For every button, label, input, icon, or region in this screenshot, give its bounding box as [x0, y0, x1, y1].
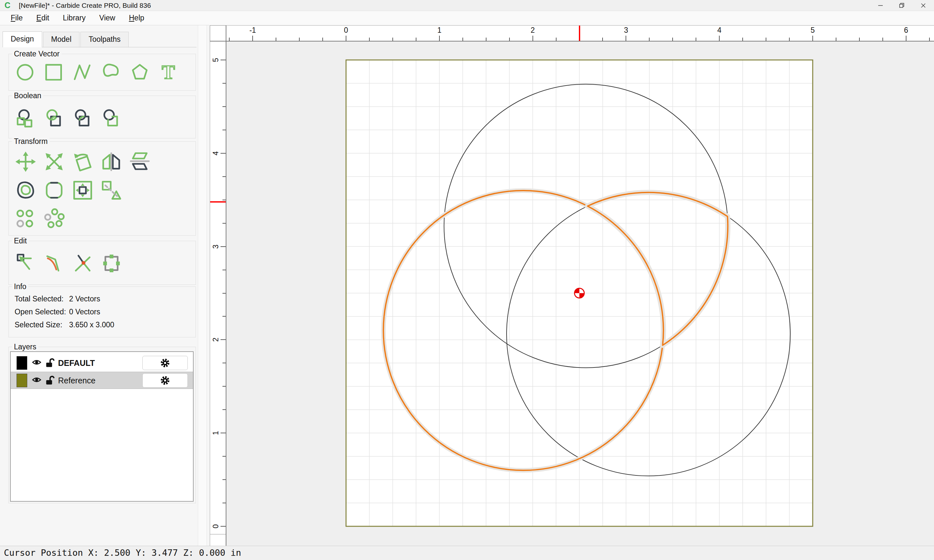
carbide-create-window: C [NewFile]* - Carbide Create PRO, Build…	[0, 0, 934, 560]
v-ruler-tick	[220, 60, 226, 60]
layer-row-default[interactable]: DEFAULT	[11, 355, 193, 372]
restore-button[interactable]	[891, 0, 912, 11]
ruler-corner-box	[210, 25, 227, 42]
gear-icon	[160, 358, 170, 368]
layer-visibility-eye-icon[interactable]	[32, 359, 42, 366]
info-selected-size: Selected Size:3.650 x 3.000	[15, 320, 114, 329]
layer-settings-button[interactable]	[142, 356, 188, 370]
h-ruler-label: 3	[624, 26, 628, 35]
menu-view[interactable]: View	[92, 14, 122, 22]
job-origin-marker[interactable]	[575, 288, 584, 298]
h-ruler-tick	[229, 38, 230, 41]
text-tool[interactable]: T	[155, 59, 181, 85]
h-ruler-tick	[392, 38, 393, 41]
h-ruler-tick	[929, 38, 930, 41]
h-ruler-tick	[509, 38, 510, 41]
v-ruler-tick	[222, 293, 226, 294]
mode-tab-bar: DesignModelToolpaths	[3, 30, 197, 47]
window-controls	[870, 0, 934, 11]
minimize-button[interactable]	[870, 0, 891, 11]
v-ruler-tick	[222, 270, 226, 270]
offset-path-tool[interactable]	[13, 177, 39, 203]
h-ruler-tick	[836, 38, 836, 41]
v-ruler-label: 1	[211, 428, 220, 438]
h-ruler-tick	[299, 38, 300, 41]
create-vector-section: Create Vector T	[8, 54, 196, 91]
round-corners-tool[interactable]	[41, 177, 67, 203]
polygon-tool[interactable]	[127, 59, 153, 85]
layer-unlock-icon[interactable]	[46, 375, 54, 385]
node-edit-tool[interactable]	[13, 250, 39, 276]
polyline-tool[interactable]	[70, 59, 96, 85]
flip-vertical-tool[interactable]	[127, 149, 153, 175]
vertical-ruler: 012345	[210, 42, 227, 546]
v-ruler-tick	[220, 153, 226, 154]
v-ruler-end-box	[210, 534, 226, 546]
section-title: Transform	[12, 137, 49, 146]
scale-tool[interactable]	[41, 149, 67, 175]
layer-color-swatch[interactable]	[17, 356, 27, 370]
v-ruler-tick	[222, 456, 226, 457]
section-title: Boolean	[12, 91, 43, 100]
h-ruler-label: 4	[717, 26, 721, 35]
layer-visibility-eye-icon[interactable]	[32, 376, 42, 383]
circle-tool[interactable]	[13, 59, 39, 85]
grid-array-tool[interactable]	[13, 206, 39, 232]
inset-tool[interactable]	[70, 177, 96, 203]
section-title: Edit	[12, 237, 29, 245]
tab-model[interactable]: Model	[43, 32, 80, 47]
cursor-position-readout: Cursor Position X: 2.500 Y: 3.477 Z: 0.0…	[4, 548, 241, 558]
h-ruler-tick	[742, 38, 743, 41]
h-ruler-tick	[649, 38, 650, 41]
panel-scroll-gutter[interactable]	[198, 25, 207, 546]
info-section: Info Total Selected:2 Vectors Open Selec…	[8, 286, 196, 337]
window-title: [NewFile]* - Carbide Create PRO, Build 8…	[19, 2, 151, 9]
curve-edit-tool[interactable]	[41, 250, 67, 276]
layer-settings-button[interactable]	[142, 373, 188, 388]
title-bar: C [NewFile]* - Carbide Create PRO, Build…	[0, 0, 934, 11]
close-button[interactable]	[912, 0, 934, 11]
menu-help[interactable]: Help	[122, 14, 151, 22]
rotate-tool[interactable]	[70, 149, 96, 175]
tab-design[interactable]: Design	[3, 31, 42, 47]
boolean-intersection-tool[interactable]	[41, 106, 67, 132]
gear-icon	[160, 375, 170, 385]
h-ruler-tick	[369, 38, 370, 41]
menu-bar: FileEditLibraryViewHelp	[0, 11, 934, 25]
boolean-union-tool[interactable]	[13, 106, 39, 132]
menu-edit[interactable]: Edit	[29, 14, 56, 22]
h-ruler-tick	[719, 35, 720, 41]
rectangle-tool[interactable]	[41, 59, 67, 85]
move-tool[interactable]	[13, 149, 39, 175]
mirror-horizontal-tool[interactable]	[98, 149, 124, 175]
h-ruler-tick	[602, 38, 603, 41]
curve-tool[interactable]	[98, 59, 124, 85]
h-ruler-tick	[696, 38, 696, 41]
circular-array-tool[interactable]	[41, 206, 67, 232]
boolean-cut-tool[interactable]	[98, 106, 124, 132]
menu-library[interactable]: Library	[56, 14, 92, 22]
v-ruler-tick	[222, 386, 226, 387]
layer-row-reference[interactable]: Reference	[11, 372, 193, 389]
h-ruler-label: 5	[811, 26, 815, 35]
menu-file[interactable]: File	[4, 14, 29, 22]
design-canvas[interactable]	[227, 42, 934, 546]
h-ruler-tick	[906, 35, 906, 41]
svg-text:T: T	[162, 62, 175, 83]
info-open-selected: Open Selected:0 Vectors	[15, 308, 100, 316]
v-ruler-tick	[222, 503, 226, 503]
layer-unlock-icon[interactable]	[46, 358, 54, 368]
trim-vectors-tool[interactable]	[70, 250, 96, 276]
layer-name: DEFAULT	[58, 358, 95, 368]
h-ruler-tick	[766, 38, 766, 41]
v-ruler-tick	[220, 432, 226, 433]
layer-color-swatch[interactable]	[17, 374, 27, 387]
resize-handles-tool[interactable]	[98, 250, 124, 276]
align-tool[interactable]	[98, 177, 124, 203]
boolean-subtract-tool[interactable]	[70, 106, 96, 132]
h-ruler-tick	[462, 38, 463, 41]
h-ruler-tick	[439, 35, 440, 41]
h-ruler-label: 0	[344, 26, 348, 35]
tab-toolpaths[interactable]: Toolpaths	[80, 32, 128, 47]
v-ruler-tick	[222, 479, 226, 480]
